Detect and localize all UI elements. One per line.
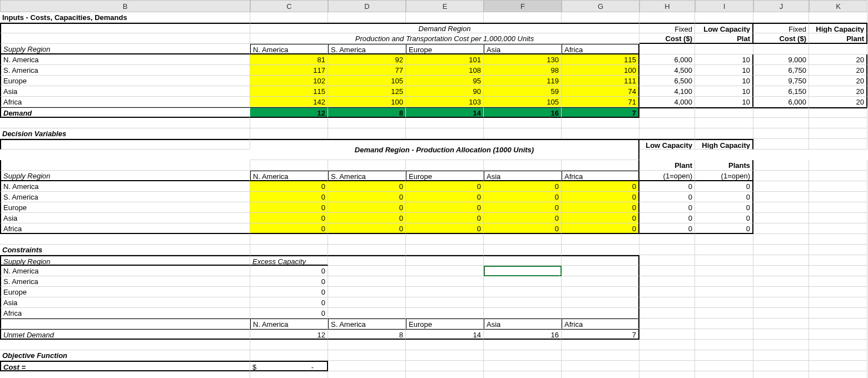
selected-cell[interactable] bbox=[484, 266, 562, 276]
alloc-2-4[interactable]: 0 bbox=[562, 202, 639, 213]
cell[interactable] bbox=[406, 160, 484, 171]
open-high-0[interactable]: 0 bbox=[695, 181, 753, 192]
cell[interactable] bbox=[0, 160, 250, 171]
empty-cell[interactable] bbox=[809, 287, 867, 297]
empty-cell[interactable] bbox=[753, 160, 809, 171]
col-header-G[interactable]: G bbox=[562, 0, 639, 12]
empty-cell[interactable] bbox=[562, 234, 639, 245]
empty-cell[interactable] bbox=[695, 118, 753, 128]
col-header-B[interactable]: B bbox=[0, 0, 250, 12]
empty-cell[interactable] bbox=[562, 371, 639, 378]
empty-cell[interactable] bbox=[328, 118, 406, 128]
cell[interactable] bbox=[406, 276, 484, 287]
demand-3[interactable]: 16 bbox=[484, 107, 562, 118]
alloc-4-1[interactable]: 0 bbox=[328, 223, 406, 234]
empty-cell[interactable] bbox=[695, 128, 753, 139]
demand-2[interactable]: 14 bbox=[406, 107, 484, 118]
empty-cell[interactable] bbox=[328, 245, 406, 255]
empty-cell[interactable] bbox=[250, 371, 328, 378]
cost-3-4[interactable]: 74 bbox=[562, 86, 639, 97]
empty-cell[interactable] bbox=[753, 118, 809, 128]
empty-cell[interactable] bbox=[639, 319, 695, 329]
fixed-high-4[interactable]: 6,000 bbox=[753, 97, 809, 107]
empty-cell[interactable] bbox=[753, 266, 809, 276]
open-high-4[interactable]: 0 bbox=[695, 223, 753, 234]
unmet-1[interactable]: 8 bbox=[328, 329, 406, 340]
cost-2-3[interactable]: 119 bbox=[484, 76, 562, 86]
empty-cell[interactable] bbox=[639, 361, 695, 371]
cell[interactable] bbox=[406, 266, 484, 276]
empty-cell[interactable] bbox=[753, 308, 809, 319]
alloc-2-2[interactable]: 0 bbox=[406, 202, 484, 213]
cost-0-3[interactable]: 130 bbox=[484, 54, 562, 65]
cap-high-0[interactable]: 20 bbox=[809, 54, 867, 65]
cap-low-3[interactable]: 10 bbox=[695, 86, 753, 97]
col-header-D[interactable]: D bbox=[328, 0, 406, 12]
alloc-0-4[interactable]: 0 bbox=[562, 181, 639, 192]
empty-cell[interactable] bbox=[484, 234, 562, 245]
alloc-1-3[interactable]: 0 bbox=[484, 192, 562, 202]
cost-0-0[interactable]: 81 bbox=[250, 54, 328, 65]
cell[interactable] bbox=[0, 139, 250, 150]
alloc-0-1[interactable]: 0 bbox=[328, 181, 406, 192]
empty-cell[interactable] bbox=[484, 12, 562, 23]
cell[interactable] bbox=[328, 297, 406, 308]
cell[interactable] bbox=[406, 255, 484, 266]
alloc-1-4[interactable]: 0 bbox=[562, 192, 639, 202]
cell[interactable] bbox=[562, 308, 639, 319]
empty-cell[interactable] bbox=[639, 234, 695, 245]
demand-4[interactable]: 7 bbox=[562, 107, 639, 118]
cost-4-1[interactable]: 100 bbox=[328, 97, 406, 107]
col-header-E[interactable]: E bbox=[406, 0, 484, 12]
empty-cell[interactable] bbox=[562, 245, 639, 255]
cost-2-2[interactable]: 95 bbox=[406, 76, 484, 86]
col-header-K[interactable]: K bbox=[809, 0, 867, 12]
empty-cell[interactable] bbox=[639, 371, 695, 378]
open-low-3[interactable]: 0 bbox=[639, 213, 695, 223]
cost-0-2[interactable]: 101 bbox=[406, 54, 484, 65]
cap-low-2[interactable]: 10 bbox=[695, 76, 753, 86]
fill-handle[interactable] bbox=[559, 274, 562, 276]
empty-cell[interactable] bbox=[753, 12, 809, 23]
open-low-0[interactable]: 0 bbox=[639, 181, 695, 192]
empty-cell[interactable] bbox=[753, 223, 809, 234]
empty-cell[interactable] bbox=[695, 308, 753, 319]
empty-cell[interactable] bbox=[753, 371, 809, 378]
cost-1-3[interactable]: 98 bbox=[484, 65, 562, 76]
empty-cell[interactable] bbox=[484, 371, 562, 378]
open-low-4[interactable]: 0 bbox=[639, 223, 695, 234]
empty-cell[interactable] bbox=[695, 319, 753, 329]
empty-cell[interactable] bbox=[809, 12, 867, 23]
alloc-3-1[interactable]: 0 bbox=[328, 213, 406, 223]
cell[interactable] bbox=[406, 297, 484, 308]
empty-cell[interactable] bbox=[406, 361, 484, 371]
cell[interactable] bbox=[484, 160, 562, 171]
empty-cell[interactable] bbox=[328, 350, 406, 361]
empty-cell[interactable] bbox=[639, 340, 695, 350]
cell[interactable] bbox=[328, 160, 406, 171]
empty-cell[interactable] bbox=[809, 371, 867, 378]
cell[interactable] bbox=[562, 297, 639, 308]
empty-cell[interactable] bbox=[809, 44, 867, 54]
unmet-3[interactable]: 16 bbox=[484, 329, 562, 340]
empty-cell[interactable] bbox=[250, 340, 328, 350]
alloc-4-4[interactable]: 0 bbox=[562, 223, 639, 234]
cell[interactable] bbox=[0, 33, 250, 44]
empty-cell[interactable] bbox=[0, 340, 250, 350]
empty-cell[interactable] bbox=[753, 107, 809, 118]
alloc-0-3[interactable]: 0 bbox=[484, 181, 562, 192]
demand-0[interactable]: 12 bbox=[250, 107, 328, 118]
empty-cell[interactable] bbox=[250, 245, 328, 255]
empty-cell[interactable] bbox=[809, 255, 867, 266]
empty-cell[interactable] bbox=[406, 12, 484, 23]
fixed-low-3[interactable]: 4,100 bbox=[639, 86, 695, 97]
empty-cell[interactable] bbox=[695, 287, 753, 297]
empty-cell[interactable] bbox=[484, 350, 562, 361]
excess-val-1[interactable]: 0 bbox=[250, 276, 328, 287]
objective-cost[interactable]: $- bbox=[250, 361, 328, 371]
empty-cell[interactable] bbox=[562, 340, 639, 350]
empty-cell[interactable] bbox=[753, 202, 809, 213]
empty-cell[interactable] bbox=[695, 107, 753, 118]
empty-cell[interactable] bbox=[562, 12, 639, 23]
alloc-4-3[interactable]: 0 bbox=[484, 223, 562, 234]
